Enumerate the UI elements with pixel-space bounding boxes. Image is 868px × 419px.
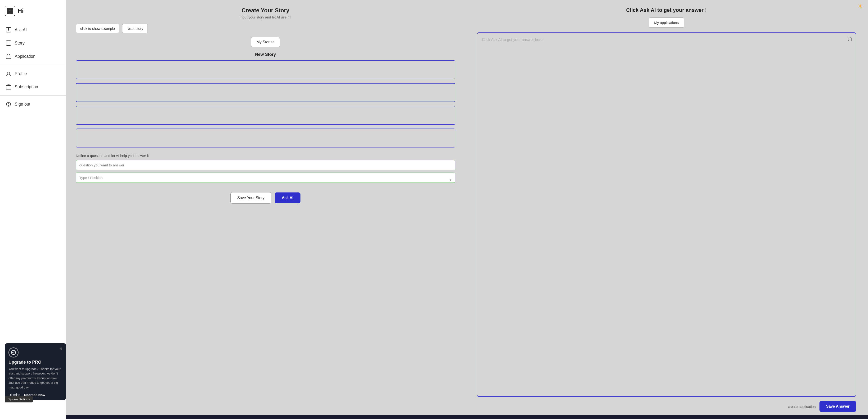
ai-answer-area[interactable]: Click Ask AI to get your answer here	[477, 32, 857, 397]
right-panel-title: Click Ask AI to get your answer !	[477, 7, 857, 13]
svg-rect-9	[7, 43, 10, 43]
upgrade-popup-description: You want to upgrade? Thanks for your tru…	[8, 367, 62, 390]
svg-rect-16	[849, 38, 852, 41]
svg-rect-2	[7, 11, 10, 14]
right-panel: Click Ask AI to get your answer ! My app…	[465, 0, 868, 419]
question-label: Define a question and let AI help you an…	[76, 154, 455, 158]
upgrade-popup: ✕ Upgrade to PRO You want to upgrade? Th…	[5, 343, 66, 400]
upgrade-popup-close-button[interactable]: ✕	[59, 346, 63, 351]
question-input[interactable]	[76, 160, 455, 170]
sidebar-item-sign-out[interactable]: Sign out	[0, 98, 66, 111]
svg-point-12	[7, 72, 9, 74]
story-input-3[interactable]	[76, 106, 455, 125]
svg-rect-10	[7, 44, 9, 44]
ask-ai-button[interactable]: Ask AI	[275, 192, 301, 203]
svg-rect-1	[10, 8, 13, 11]
story-icon	[6, 40, 11, 46]
sidebar-item-application-label: Application	[15, 54, 35, 59]
my-stories-button[interactable]: My Stories	[251, 37, 280, 47]
sidebar-item-ask-ai[interactable]: Ask AI	[0, 23, 66, 36]
svg-rect-8	[7, 42, 10, 42]
sidebar-item-profile-label: Profile	[15, 71, 27, 76]
upgrade-icon	[8, 348, 19, 357]
sidebar-item-sign-out-label: Sign out	[15, 102, 30, 107]
nav-divider-2	[0, 95, 66, 96]
theme-sun-icon[interactable]: ☀	[857, 2, 863, 10]
svg-rect-11	[6, 55, 11, 59]
bottom-action-row: Save Your Story Ask AI	[76, 192, 455, 203]
story-input-4[interactable]	[76, 129, 455, 148]
question-section: Define a question and let AI help you an…	[76, 154, 455, 188]
right-bottom-row: create application Save Answer	[477, 401, 857, 412]
svg-rect-0	[7, 8, 10, 11]
sidebar-greeting: Hi	[18, 7, 24, 15]
svg-point-15	[11, 350, 16, 355]
sidebar: Hi Ask AI Stor	[0, 0, 66, 419]
profile-icon	[6, 71, 11, 76]
sidebar-item-application[interactable]: Application	[0, 50, 66, 63]
save-story-button[interactable]: Save Your Story	[230, 192, 271, 203]
sign-out-icon	[6, 101, 11, 107]
app-logo-icon	[5, 6, 15, 16]
svg-rect-3	[10, 11, 13, 14]
show-example-button[interactable]: click to show example	[76, 24, 119, 33]
reset-story-button[interactable]: reset story	[122, 24, 148, 33]
sidebar-item-subscription[interactable]: Subscription	[0, 80, 66, 94]
sidebar-item-subscription-label: Subscription	[15, 85, 38, 90]
application-icon	[6, 54, 11, 59]
create-application-button[interactable]: create application	[788, 405, 816, 409]
sidebar-item-story[interactable]: Story	[0, 36, 66, 50]
svg-point-5	[8, 29, 9, 31]
upgrade-popup-title: Upgrade to PRO	[8, 360, 62, 365]
bottom-bar	[66, 415, 868, 419]
position-select[interactable]: Type / Position	[76, 172, 455, 183]
story-input-2[interactable]	[76, 83, 455, 102]
sidebar-item-ask-ai-label: Ask AI	[15, 28, 27, 32]
my-applications-button[interactable]: My applications	[649, 18, 684, 28]
save-answer-button[interactable]: Save Answer	[819, 401, 856, 412]
svg-rect-13	[6, 86, 11, 89]
system-settings-tooltip: System Settings	[5, 396, 33, 402]
ask-ai-icon	[6, 27, 11, 33]
story-action-row: click to show example reset story	[76, 24, 455, 33]
sidebar-item-story-label: Story	[15, 41, 25, 46]
position-select-wrapper: Type / Position	[76, 172, 455, 188]
main-content: Create Your Story Input your story and l…	[66, 0, 868, 419]
story-input-1[interactable]	[76, 60, 455, 79]
left-panel: Create Your Story Input your story and l…	[66, 0, 465, 419]
new-story-section-title: New Story	[76, 52, 455, 57]
sidebar-nav: Ask AI Story Application	[0, 21, 66, 348]
svg-rect-6	[8, 28, 9, 29]
create-story-subtitle: Input your story and let AI use it !	[76, 15, 455, 19]
subscription-icon	[6, 84, 11, 90]
sidebar-header: Hi	[0, 0, 66, 21]
sidebar-item-profile[interactable]: Profile	[0, 67, 66, 80]
create-story-title: Create Your Story	[76, 7, 455, 14]
copy-icon[interactable]	[847, 36, 852, 43]
ai-answer-placeholder: Click Ask AI to get your answer here	[482, 38, 543, 42]
